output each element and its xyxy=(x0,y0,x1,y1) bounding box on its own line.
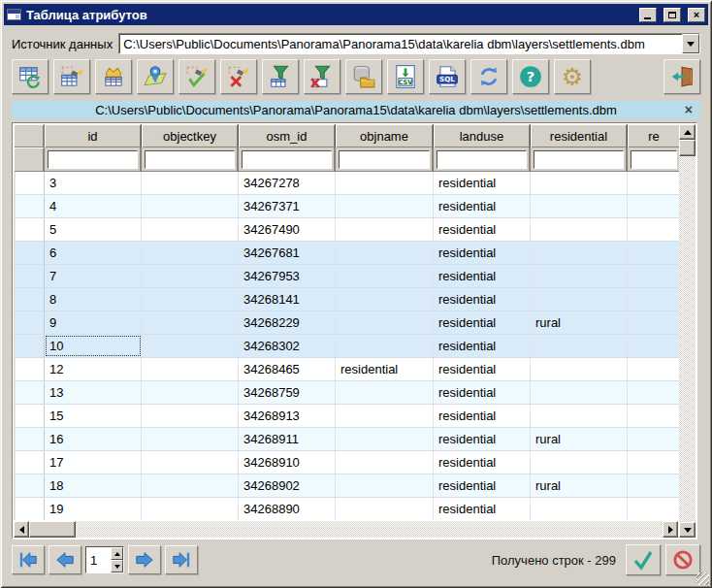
scroll-up-button[interactable] xyxy=(679,124,696,140)
row-header[interactable] xyxy=(14,381,45,404)
filter-input-re[interactable] xyxy=(631,150,677,169)
cell-id[interactable]: 17 xyxy=(45,451,142,474)
cell-osm_id[interactable]: 34268910 xyxy=(239,451,336,474)
cell-objname[interactable] xyxy=(336,195,434,217)
apply-button[interactable] xyxy=(626,544,661,575)
cell-landuse[interactable]: residential xyxy=(434,405,531,427)
resize-grip[interactable] xyxy=(696,572,709,585)
cell-landuse[interactable]: residential xyxy=(434,498,531,520)
row-header[interactable] xyxy=(14,265,45,287)
cell-objname[interactable] xyxy=(336,451,434,474)
cell-id[interactable]: 19 xyxy=(45,498,142,520)
scroll-down-button[interactable] xyxy=(679,522,696,538)
sql-query-button[interactable]: SQL xyxy=(429,59,466,94)
horizontal-scrollbar[interactable] xyxy=(14,521,678,538)
scroll-left-button[interactable] xyxy=(14,521,29,538)
cell-objectkey[interactable] xyxy=(142,288,239,310)
row-header[interactable] xyxy=(14,428,45,450)
cell-objname[interactable] xyxy=(336,498,434,520)
selected-records-button[interactable] xyxy=(95,59,132,94)
exit-button[interactable] xyxy=(663,59,700,94)
cell-re[interactable] xyxy=(628,335,681,357)
cell-osm_id[interactable]: 34268890 xyxy=(239,498,336,520)
row-header[interactable] xyxy=(14,195,45,217)
deselect-records-button[interactable] xyxy=(220,59,257,94)
cell-re[interactable] xyxy=(628,498,681,520)
filter-input-residential[interactable] xyxy=(534,150,624,169)
filter-input-objname[interactable] xyxy=(339,150,430,169)
row-header[interactable] xyxy=(14,218,45,241)
cell-objectkey[interactable] xyxy=(142,335,239,357)
cell-objname[interactable] xyxy=(336,474,434,497)
cell-residential[interactable]: rural xyxy=(531,474,628,497)
cell-id[interactable]: 13 xyxy=(45,381,142,404)
titlebar[interactable]: Таблица атрибутов × xyxy=(4,4,708,25)
open-database-button[interactable] xyxy=(345,59,382,94)
column-header-objectkey[interactable]: objectkey xyxy=(142,124,239,147)
settings-button[interactable]: ⚙ xyxy=(554,59,591,94)
page-number-input[interactable] xyxy=(86,547,111,572)
cell-osm_id[interactable]: 34267953 xyxy=(239,265,336,287)
maximize-button[interactable] xyxy=(663,8,681,22)
cell-re[interactable] xyxy=(628,218,681,241)
column-header-re[interactable]: re xyxy=(628,124,681,147)
cell-landuse[interactable]: residential xyxy=(434,474,531,497)
cell-objname[interactable] xyxy=(336,288,434,310)
datasource-combobox[interactable]: C:\Users\Public\Documents\Panorama\Panor… xyxy=(118,33,700,54)
cell-osm_id[interactable]: 34268229 xyxy=(239,311,336,334)
column-header-id[interactable]: id xyxy=(45,124,142,147)
next-record-button[interactable] xyxy=(128,545,161,574)
cell-objectkey[interactable] xyxy=(142,311,239,334)
cell-residential[interactable] xyxy=(531,172,628,194)
cell-landuse[interactable]: residential xyxy=(434,358,531,380)
cell-osm_id[interactable]: 34267371 xyxy=(239,195,336,217)
cell-objname[interactable] xyxy=(336,381,434,404)
filter-input-id[interactable] xyxy=(48,150,138,169)
cell-re[interactable] xyxy=(628,265,681,287)
cell-objectkey[interactable] xyxy=(142,358,239,380)
cell-objname[interactable] xyxy=(336,218,434,241)
path-tab-close-icon[interactable]: × xyxy=(685,102,693,118)
cell-re[interactable] xyxy=(628,381,681,404)
cell-objectkey[interactable] xyxy=(142,498,239,520)
cell-objname[interactable] xyxy=(336,242,434,264)
cell-landuse[interactable]: residential xyxy=(434,172,531,194)
row-header[interactable] xyxy=(14,451,45,474)
cell-residential[interactable] xyxy=(531,451,628,474)
cell-objectkey[interactable] xyxy=(142,474,239,497)
cell-id[interactable]: 8 xyxy=(45,288,142,310)
cell-re[interactable] xyxy=(628,311,681,334)
help-button[interactable]: ? xyxy=(512,59,549,94)
cell-residential[interactable] xyxy=(531,288,628,310)
previous-record-button[interactable] xyxy=(49,545,81,574)
cell-landuse[interactable]: residential xyxy=(434,451,531,474)
apply-filter-button[interactable] xyxy=(262,59,299,94)
show-on-map-button[interactable] xyxy=(137,59,174,94)
cell-landuse[interactable]: residential xyxy=(434,311,531,334)
cell-landuse[interactable]: residential xyxy=(434,195,531,217)
cell-objname[interactable]: residential xyxy=(336,358,434,380)
row-header[interactable] xyxy=(14,242,45,264)
cell-id[interactable]: 5 xyxy=(45,218,142,241)
cell-residential[interactable]: rural xyxy=(531,428,628,450)
cell-re[interactable] xyxy=(628,428,681,450)
cancel-button[interactable] xyxy=(665,544,700,575)
minimize-button[interactable] xyxy=(639,8,657,22)
spinner-down-button[interactable] xyxy=(111,560,123,572)
cell-landuse[interactable]: residential xyxy=(434,242,531,264)
first-record-button[interactable] xyxy=(12,545,45,574)
close-button[interactable]: × xyxy=(688,8,705,22)
vertical-scrollbar[interactable] xyxy=(679,124,696,538)
cell-landuse[interactable]: residential xyxy=(434,335,531,357)
cell-objectkey[interactable] xyxy=(142,242,239,264)
cell-id[interactable]: 7 xyxy=(45,265,142,287)
cell-landuse[interactable]: residential xyxy=(434,381,531,404)
cell-objectkey[interactable] xyxy=(142,428,239,450)
cell-osm_id[interactable]: 34267681 xyxy=(239,242,336,264)
clear-filter-button[interactable] xyxy=(304,59,340,94)
cell-osm_id[interactable]: 34268913 xyxy=(239,405,336,427)
cell-objname[interactable] xyxy=(336,265,434,287)
cell-re[interactable] xyxy=(628,242,681,264)
cell-re[interactable] xyxy=(628,405,681,427)
cell-objname[interactable] xyxy=(336,172,434,194)
